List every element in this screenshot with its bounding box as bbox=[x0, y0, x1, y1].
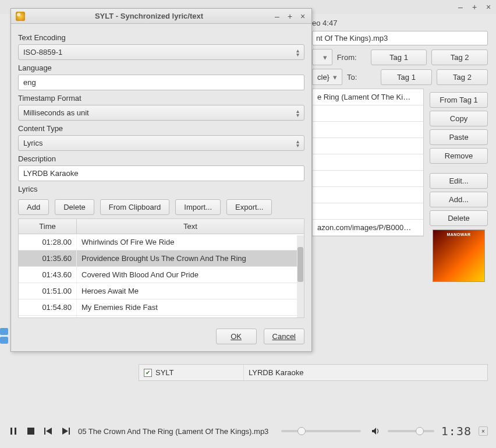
lyrics-text: Knowing Not This Ride's Their Last bbox=[77, 316, 304, 318]
stop-button[interactable] bbox=[26, 426, 36, 436]
lyrics-time: 01:43.60 bbox=[19, 267, 77, 283]
grid-row[interactable] bbox=[313, 105, 423, 122]
lyrics-time: 01:58.80 bbox=[19, 316, 77, 318]
ok-button[interactable]: OK bbox=[216, 329, 257, 344]
import-button[interactable]: Import... bbox=[175, 199, 221, 215]
from-label: From: bbox=[337, 53, 366, 62]
delete-side-button[interactable]: Delete bbox=[430, 210, 488, 226]
folder-icon[interactable] bbox=[0, 328, 8, 335]
scrollbar[interactable] bbox=[297, 235, 304, 318]
add-button[interactable]: Add bbox=[18, 199, 49, 215]
from-tag2-button[interactable]: Tag 2 bbox=[431, 50, 488, 65]
format-dropdown-1[interactable]: ▾ bbox=[312, 49, 332, 65]
copy-button[interactable]: Copy bbox=[430, 111, 488, 126]
seek-thumb[interactable] bbox=[297, 427, 306, 435]
sylt-desc-cell: LYRDB Karaoke bbox=[244, 365, 487, 380]
close-icon[interactable]: × bbox=[484, 3, 493, 11]
checkbox-icon[interactable]: ✔ bbox=[144, 369, 152, 377]
lyrics-row[interactable]: 01:43.60Covered With Blood And Our Pride bbox=[19, 267, 304, 283]
grid-row[interactable] bbox=[313, 171, 423, 187]
folder-icon[interactable] bbox=[0, 337, 8, 344]
volume-icon[interactable] bbox=[370, 426, 381, 436]
lyrics-row[interactable]: 01:54.80My Enemies Ride Fast bbox=[19, 299, 304, 316]
lyrics-row[interactable]: 01:35.60Providence Brought Us The Crown … bbox=[19, 251, 304, 267]
svg-marker-4 bbox=[46, 428, 52, 435]
chevron-updown-icon: ▴▾ bbox=[296, 139, 299, 147]
remove-button[interactable]: Remove bbox=[430, 148, 488, 164]
volume-thumb[interactable] bbox=[416, 427, 424, 435]
grid-row[interactable] bbox=[313, 122, 423, 138]
grid-row[interactable]: azon.com/images/P/B000… bbox=[313, 220, 423, 236]
minimize-icon[interactable]: – bbox=[456, 3, 465, 11]
svg-rect-2 bbox=[27, 428, 34, 435]
lyrics-time: 01:54.80 bbox=[19, 299, 77, 315]
player-close-button[interactable]: × bbox=[479, 426, 488, 436]
svg-rect-3 bbox=[44, 428, 45, 435]
chevron-updown-icon: ▴▾ bbox=[296, 48, 299, 57]
pause-button[interactable] bbox=[8, 426, 19, 436]
sylt-frame-cell[interactable]: ✔ SYLT bbox=[139, 365, 244, 380]
next-button[interactable] bbox=[61, 426, 71, 436]
lyrics-text: Providence Brought Us The Crown And The … bbox=[77, 251, 304, 266]
lyrics-row[interactable]: 01:28.00Whirlwinds Of Fire We Ride bbox=[19, 234, 304, 251]
player-bar: 05 The Crown And The Ring (Lament Of The… bbox=[0, 419, 496, 443]
right-section: eo 4:47 ▾ From: Tag 1 Tag 2 cle}▾ To: Ta… bbox=[312, 14, 496, 287]
cancel-button[interactable]: Cancel bbox=[264, 329, 304, 344]
svg-rect-1 bbox=[15, 428, 16, 435]
content-type-select[interactable]: Lyrics ▴▾ bbox=[18, 135, 304, 151]
prev-button[interactable] bbox=[43, 426, 54, 436]
dialog-maximize-icon[interactable]: + bbox=[286, 12, 294, 20]
duration-label: eo 4:47 bbox=[312, 19, 337, 27]
lyrics-row[interactable]: 01:58.80Knowing Not This Ride's Their La… bbox=[19, 316, 304, 318]
app-icon bbox=[16, 12, 25, 21]
scrollbar-thumb[interactable] bbox=[297, 247, 303, 282]
add-side-button[interactable]: Add... bbox=[430, 192, 488, 207]
album-art[interactable] bbox=[433, 230, 485, 282]
lyrics-time: 01:28.00 bbox=[19, 234, 77, 250]
from-clipboard-button[interactable]: From Clipboard bbox=[100, 199, 170, 215]
grid-row[interactable] bbox=[313, 138, 423, 154]
description-input[interactable] bbox=[18, 165, 304, 181]
seek-slider[interactable] bbox=[281, 430, 360, 432]
timestamp-format-value: Milliseconds as unit bbox=[23, 108, 89, 117]
tag-data-grid[interactable]: e Ring (Lament Of The Ki… azon.com/image… bbox=[312, 89, 424, 237]
maximize-icon[interactable]: + bbox=[470, 3, 479, 11]
format-dropdown-2[interactable]: cle}▾ bbox=[312, 69, 342, 85]
delete-button[interactable]: Delete bbox=[55, 199, 94, 215]
from-tag1-button[interactable]: Tag 1 bbox=[371, 50, 427, 65]
dialog-title: SYLT - Synchronized lyric/text bbox=[30, 12, 268, 20]
lyrics-time: 01:35.60 bbox=[19, 251, 77, 266]
text-encoding-select[interactable]: ISO-8859-1 ▴▾ bbox=[18, 44, 304, 60]
svg-marker-5 bbox=[62, 428, 68, 435]
time-header[interactable]: Time bbox=[19, 219, 77, 234]
grid-row[interactable] bbox=[313, 187, 423, 203]
timestamp-format-label: Timestamp Format bbox=[18, 94, 304, 103]
grid-row[interactable] bbox=[313, 203, 423, 220]
grid-row[interactable]: e Ring (Lament Of The Ki… bbox=[313, 89, 423, 105]
dialog-minimize-icon[interactable]: – bbox=[273, 12, 281, 20]
lyrics-table[interactable]: Time Text 01:28.00Whirlwinds Of Fire We … bbox=[18, 218, 304, 318]
content-type-value: Lyrics bbox=[23, 139, 42, 147]
from-tag1-side-button[interactable]: From Tag 1 bbox=[430, 92, 488, 108]
lyrics-time: 01:51.00 bbox=[19, 283, 77, 299]
grid-row[interactable] bbox=[313, 154, 423, 171]
paste-button[interactable]: Paste bbox=[430, 129, 488, 145]
export-button[interactable]: Export... bbox=[226, 199, 272, 215]
dialog-titlebar[interactable]: SYLT - Synchronized lyric/text – + × bbox=[11, 9, 311, 24]
lyrics-text: Covered With Blood And Our Pride bbox=[77, 267, 304, 283]
volume-slider[interactable] bbox=[388, 430, 434, 432]
to-tag1-button[interactable]: Tag 1 bbox=[381, 69, 432, 85]
description-label: Description bbox=[18, 154, 304, 163]
edit-button[interactable]: Edit... bbox=[430, 173, 488, 189]
to-tag2-button[interactable]: Tag 2 bbox=[437, 69, 488, 85]
chevron-updown-icon: ▴▾ bbox=[296, 109, 299, 117]
dialog-close-icon[interactable]: × bbox=[299, 12, 307, 20]
frames-row: ✔ SYLT LYRDB Karaoke bbox=[139, 364, 488, 381]
timestamp-format-select[interactable]: Milliseconds as unit ▴▾ bbox=[18, 105, 304, 121]
track-name: 05 The Crown And The Ring (Lament Of The… bbox=[78, 427, 268, 436]
time-display: 1:38 bbox=[441, 424, 472, 438]
filename-input[interactable] bbox=[312, 31, 488, 45]
lyrics-row[interactable]: 01:51.00Heroes Await Me bbox=[19, 283, 304, 299]
text-header[interactable]: Text bbox=[77, 219, 304, 234]
language-input[interactable] bbox=[18, 75, 304, 90]
